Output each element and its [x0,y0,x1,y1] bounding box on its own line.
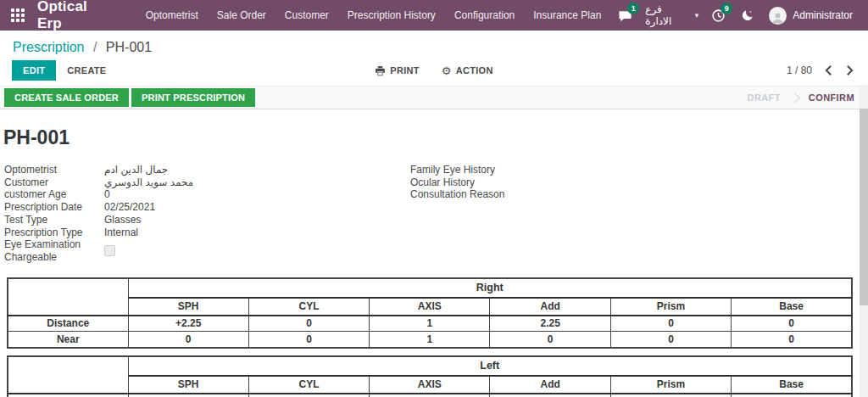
pager-next-icon[interactable] [845,64,854,76]
menu-configuration[interactable]: Configuration [445,0,524,31]
print-label: PRINT [390,65,420,75]
table-corner-cell [8,278,128,316]
activities-badge: 9 [721,3,732,14]
chargeable-checkbox[interactable] [104,245,115,256]
user-menu[interactable]: Administrator [762,7,860,25]
field-label: Eye Examination Chargeable [4,238,99,263]
breadcrumb-separator: / [93,40,97,54]
gear-icon: ⚙ [442,64,452,77]
apps-grid-icon [11,8,25,22]
table-row-near: Near 0 0 1 0 0 0 [8,332,852,348]
field-label: Ocular History [410,176,546,189]
status-arrow-icon [789,92,800,103]
cell-sph: 0 [128,332,248,348]
table-row-distance: Distance +2.25 0 1 2.25 0 0 [8,316,852,332]
apps-menu-button[interactable] [0,0,36,31]
avatar [769,7,787,25]
form-statusbar: CREATE SALE ORDER PRINT PRESCRIPTION DRA… [0,86,868,109]
field-value: جمال الدين ادم [104,164,168,176]
cell-prism: 0 [610,332,731,348]
edit-button[interactable]: EDIT [12,60,56,81]
col-prism: Prism [610,298,731,316]
col-base: Base [732,376,852,394]
field-eye-examination-chargeable: Eye Examination Chargeable [4,238,403,263]
field-label: Customer [4,176,104,189]
field-group-left: Optometrist جمال الدين ادم Customer محمد… [4,164,403,264]
field-label: Test Type [4,214,104,226]
field-prescription-type: Prescription Type Internal [4,226,403,239]
table-corner-cell [8,356,128,394]
cell-prism: 0 [610,316,731,332]
left-eye-table: Left SPH CYL AXIS Add Prism Base [7,355,853,397]
field-label: Prescription Date [4,201,104,214]
company-switcher[interactable]: فرع الادارة ▾ [640,3,704,27]
cell-add: 2.25 [490,316,610,332]
field-label: Optometrist [4,164,104,176]
row-label: Distance [8,316,128,332]
status-confirm[interactable]: CONFIRM [809,92,854,103]
cell-cyl: 0 [248,332,369,348]
left-eye-title: Left [128,356,852,376]
status-draft[interactable]: DRAFT [748,92,781,103]
messages-button[interactable]: 1 [610,0,640,31]
breadcrumb-current: PH-001 [106,40,152,54]
cell-axis: 1 [370,316,490,332]
table-row-distance [8,394,852,397]
col-cyl: CYL [248,376,369,394]
cell-cyl: 0 [248,316,369,332]
col-sph: SPH [128,298,248,316]
menu-prescription-history[interactable]: Prescription History [338,0,445,31]
app-brand: Optical Erp [37,0,116,32]
chevron-down-icon: ▾ [695,11,699,20]
print-menu[interactable]: PRINT [375,64,420,77]
col-base: Base [732,298,852,316]
pager-value[interactable]: 1 / 80 [787,64,812,76]
cell-base: 0 [732,332,852,348]
row-label: Near [8,332,128,348]
menu-sale-order[interactable]: Sale Order [208,0,275,31]
field-ocular-history: Ocular History [410,176,546,189]
company-name: فرع الادارة [645,3,690,27]
user-name: Administrator [793,9,853,21]
control-panel: EDIT CREATE PRINT ⚙ ACTION 1 / 80 [0,55,868,86]
create-button[interactable]: CREATE [56,60,117,81]
field-customer-age: customer Age 0 [4,188,403,201]
action-menu[interactable]: ⚙ ACTION [442,64,493,77]
menu-optometrist[interactable]: Optometrist [136,0,208,31]
menu-insurance-plan[interactable]: Insurance Plan [524,0,610,31]
messages-badge: 1 [627,3,639,14]
col-axis: AXIS [370,376,490,394]
form-sheet: PH-001 Optometrist جمال الدين ادم Custom… [0,126,868,397]
field-value: محمد سويد الدوسري [104,176,193,189]
create-sale-order-button[interactable]: CREATE SALE ORDER [4,88,129,107]
field-customer: Customer محمد سويد الدوسري [4,176,403,189]
field-label: Family Eye History [410,164,546,176]
col-axis: AXIS [370,298,490,316]
print-prescription-button[interactable]: PRINT PRESCRIPTION [131,88,255,107]
top-navbar: Optical Erp Optometrist Sale Order Custo… [0,0,868,31]
vertical-scrollbar[interactable] [860,85,868,397]
field-value: 02/25/2021 [104,201,155,214]
status-states: DRAFT CONFIRM [748,92,854,103]
field-prescription-date: Prescription Date 02/25/2021 [4,201,403,214]
menu-customer[interactable]: Customer [275,0,338,31]
scrollbar-thumb[interactable] [860,109,868,305]
col-add: Add [490,376,610,394]
field-label: Prescription Type [4,226,104,239]
row-label [8,394,128,397]
breadcrumb-parent-link[interactable]: Prescription [13,40,84,54]
field-value: 0 [104,188,110,201]
field-group-right: Family Eye History Ocular History Consul… [410,164,546,201]
cell-base: 0 [732,316,852,332]
pager-previous-icon[interactable] [824,64,833,76]
action-label: ACTION [456,65,493,75]
dark-mode-toggle[interactable] [733,0,762,31]
field-label: Consultation Reason [410,188,546,201]
field-consultation-reason: Consultation Reason [410,188,546,201]
col-prism: Prism [610,376,731,394]
field-value: Glasses [104,214,141,226]
systray: 1 فرع الادارة ▾ 9 Administrator [610,0,860,31]
field-test-type: Test Type Glasses [4,214,403,226]
activities-button[interactable]: 9 [704,0,733,31]
col-cyl: CYL [248,298,369,316]
